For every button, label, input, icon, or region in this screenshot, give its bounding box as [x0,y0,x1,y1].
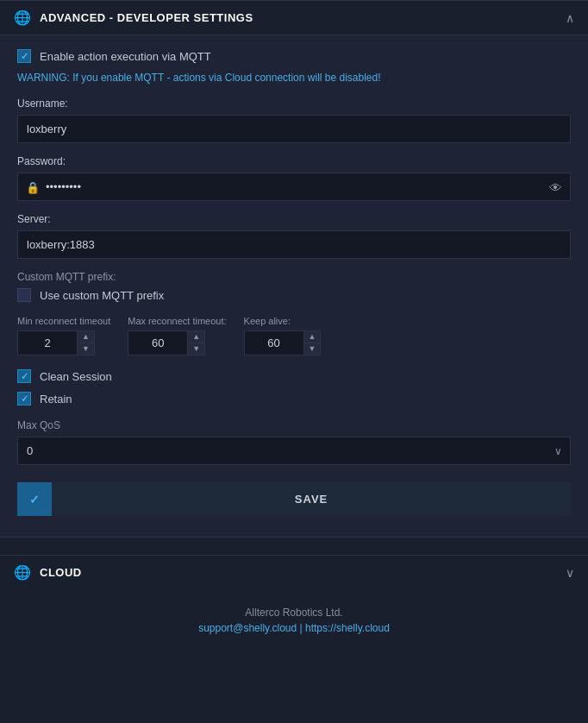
section-header-left: 🌐 ADVANCED - DEVELOPER SETTINGS [14,9,253,26]
max-reconnect-spinner-buttons: ▲ ▼ [188,330,205,355]
custom-mqtt-prefix-checkbox[interactable] [17,288,31,302]
keep-alive-down-btn[interactable]: ▼ [304,343,321,355]
max-qos-label: Max QoS [17,419,571,431]
gap-spacer [0,538,588,555]
retain-checkbox[interactable] [17,392,31,406]
save-button-row: ✓ SAVE [17,482,571,516]
clean-session-row: Clean Session [17,369,571,383]
eye-icon[interactable]: 👁 [549,179,562,194]
footer-support-link[interactable]: support@shelly.cloud [198,622,297,634]
password-input[interactable] [17,173,571,201]
mqtt-warning-text: WARNING: If you enable MQTT - actions vi… [17,72,571,84]
advanced-section-content: Enable action execution via MQTT WARNING… [0,35,588,538]
keep-alive-label: Keep alive: [244,316,322,326]
keep-alive-input-wrap: ▲ ▼ [244,330,322,355]
spinners-row: Min reconnect timeout ▲ ▼ Max reconnect … [17,316,571,355]
save-check-box: ✓ [17,482,52,516]
retain-row: Retain [17,392,571,406]
clean-session-label: Clean Session [40,370,112,383]
custom-mqtt-prefix-section-label: Custom MQTT prefix: [17,271,571,283]
keep-alive-spinner-buttons: ▲ ▼ [304,330,322,355]
min-reconnect-input[interactable] [17,330,78,355]
password-label: Password: [17,155,571,167]
retain-label: Retain [40,393,72,406]
cloud-section-title: CLOUD [40,566,82,579]
password-wrapper: 🔒 👁 [17,173,571,201]
username-input[interactable] [17,115,571,143]
keep-alive-input[interactable] [244,330,304,355]
keep-alive-group: Keep alive: ▲ ▼ [244,316,322,355]
cloud-header-left: 🌐 CLOUD [14,564,82,581]
advanced-section-title: ADVANCED - DEVELOPER SETTINGS [40,11,253,24]
enable-mqtt-label: Enable action execution via MQTT [40,50,211,63]
min-reconnect-spinner-buttons: ▲ ▼ [78,330,95,355]
max-reconnect-group: Max reconnect timeout: ▲ ▼ [128,316,226,355]
globe-icon: 🌐 [14,9,31,26]
enable-mqtt-checkbox[interactable] [17,49,31,63]
save-check-icon: ✓ [29,493,40,506]
custom-mqtt-row: Use custom MQTT prefix [17,288,571,302]
clean-session-checkbox[interactable] [17,369,31,383]
advanced-section-header[interactable]: 🌐 ADVANCED - DEVELOPER SETTINGS ∧ [0,0,588,35]
footer: Allterco Robotics Ltd. support@shelly.cl… [0,589,588,651]
min-reconnect-input-wrap: ▲ ▼ [17,330,110,355]
max-reconnect-input[interactable] [128,330,188,355]
max-qos-section: Max QoS 0 1 2 ∨ [17,419,571,465]
max-reconnect-label: Max reconnect timeout: [128,316,226,326]
server-input[interactable] [17,230,571,259]
min-reconnect-label: Min reconnect timeout [17,316,110,326]
max-qos-select[interactable]: 0 1 2 [17,437,571,465]
server-label: Server: [17,213,571,225]
keep-alive-up-btn[interactable]: ▲ [304,331,321,343]
save-button[interactable]: SAVE [52,482,571,516]
max-reconnect-input-wrap: ▲ ▼ [128,330,226,355]
cloud-chevron-icon: ∨ [566,566,574,580]
cloud-section-header[interactable]: 🌐 CLOUD ∨ [0,555,588,589]
username-label: Username: [17,97,571,110]
custom-mqtt-prefix-label: Use custom MQTT prefix [40,289,164,302]
cloud-globe-icon: 🌐 [14,564,31,581]
max-reconnect-down-btn[interactable]: ▼ [188,343,204,355]
advanced-chevron-icon: ∧ [566,11,574,25]
max-reconnect-up-btn[interactable]: ▲ [188,331,204,343]
min-reconnect-up-btn[interactable]: ▲ [78,331,94,343]
footer-company: Allterco Robotics Ltd. [17,607,571,619]
min-reconnect-down-btn[interactable]: ▼ [78,343,94,355]
lock-icon: 🔒 [26,180,40,193]
footer-website-link[interactable]: https://shelly.cloud [305,622,390,634]
max-qos-select-wrapper: 0 1 2 ∨ [17,437,571,465]
enable-mqtt-row: Enable action execution via MQTT [17,49,571,63]
footer-links: support@shelly.cloud | https://shelly.cl… [17,622,571,634]
min-reconnect-group: Min reconnect timeout ▲ ▼ [17,316,110,355]
